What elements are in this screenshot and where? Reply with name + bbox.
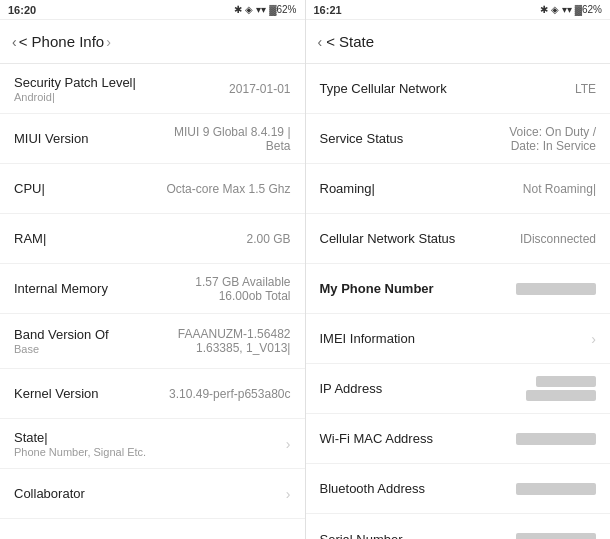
right-header-title: < State xyxy=(326,33,374,50)
right-header: ‹ < State xyxy=(306,20,611,64)
battery-icon-right: ▓62% xyxy=(575,4,602,15)
left-header: ‹ < Phone Info › xyxy=(0,20,305,64)
band-sub: Base xyxy=(14,343,109,355)
collaborator-item[interactable]: Collaborator › xyxy=(0,469,305,519)
shield-icon-right: ◈ xyxy=(551,4,559,15)
list-item: CPU| Octa-core Max 1.5 Ghz xyxy=(0,164,305,214)
type-cellular-label: Type Cellular Network xyxy=(320,81,575,96)
list-item: Security Patch Level| Android| 2017-01-0… xyxy=(0,64,305,114)
state-item[interactable]: State| Phone Number, Signal Etc. › xyxy=(0,419,305,469)
phone-number-item: My Phone Number xyxy=(306,264,611,314)
list-item: MIUI Version MIUI 9 Global 8.4.19 |Beta xyxy=(0,114,305,164)
miui-label: MIUI Version xyxy=(14,131,174,146)
left-time: 16:20 xyxy=(8,4,36,16)
wifi-mac-item: Wi-Fi MAC Address xyxy=(306,414,611,464)
right-list: Type Cellular Network LTE Service Status… xyxy=(306,64,611,539)
state-chevron-icon: › xyxy=(286,436,291,452)
left-header-title: < Phone Info xyxy=(19,33,105,50)
cellular-status-value: IDisconnected xyxy=(520,232,596,246)
list-item: Internal Memory 1.57 GB Available16.00ob… xyxy=(0,264,305,314)
roaming-item: Roaming| Not Roaming| xyxy=(306,164,611,214)
kernel-label: Kernel Version xyxy=(14,386,169,401)
bluetooth-address-value xyxy=(516,483,596,495)
ip-value-block xyxy=(526,376,596,401)
left-back-button[interactable]: ‹ xyxy=(12,34,17,50)
bluetooth-address-label: Bluetooth Address xyxy=(320,481,517,496)
roaming-value: Not Roaming| xyxy=(523,182,596,196)
list-item: Band Version Of Base FAAANUZM-1.564821.6… xyxy=(0,314,305,369)
bluetooth-icon-right: ✱ xyxy=(540,4,548,15)
wifi-icon-right: ▾▾ xyxy=(562,4,572,15)
security-patch-label: Security Patch Level| xyxy=(14,75,136,90)
imei-item[interactable]: IMEI Information › xyxy=(306,314,611,364)
phone-number-value xyxy=(516,283,596,295)
bluetooth-icon: ✱ xyxy=(234,4,242,15)
ip-item: IP Address xyxy=(306,364,611,414)
miui-value: MIUI 9 Global 8.4.19 |Beta xyxy=(174,125,291,153)
collaborator-chevron-icon: › xyxy=(286,486,291,502)
imei-label: IMEI Information xyxy=(320,331,586,346)
state-label: State| xyxy=(14,430,146,445)
service-status-value-block: Voice: On Duty / Date: In Service xyxy=(509,125,596,153)
type-cellular-value: LTE xyxy=(575,82,596,96)
cellular-status-item: Cellular Network Status IDisconnected xyxy=(306,214,611,264)
service-status-item: Service Status Voice: On Duty / Date: In… xyxy=(306,114,611,164)
band-label: Band Version Of xyxy=(14,327,109,342)
cellular-status-label: Cellular Network Status xyxy=(320,231,520,246)
right-back-button[interactable]: ‹ xyxy=(318,34,323,50)
right-panel: 16:21 ✱ ◈ ▾▾ ▓62% ‹ < State Type Cellula… xyxy=(306,0,611,539)
app-container: 16:20 ✱ ◈ ▾▾ ▓62% ‹ < Phone Info › Secur… xyxy=(0,0,610,539)
right-status-icons: ✱ ◈ ▾▾ ▓62% xyxy=(540,4,602,15)
internal-memory-label: Internal Memory xyxy=(14,281,195,296)
wifi-icon: ▾▾ xyxy=(256,4,266,15)
service-status-label: Service Status xyxy=(320,131,510,146)
service-status-value1: Voice: On Duty / xyxy=(509,125,596,139)
cpu-value: Octa-core Max 1.5 Ghz xyxy=(166,182,290,196)
bluetooth-address-item: Bluetooth Address xyxy=(306,464,611,514)
legal-item[interactable]: Legal Information › xyxy=(0,519,305,539)
left-panel: 16:20 ✱ ◈ ▾▾ ▓62% ‹ < Phone Info › Secur… xyxy=(0,0,305,539)
internal-memory-value: 1.57 GB Available16.00ob Total xyxy=(195,275,290,303)
shield-icon: ◈ xyxy=(245,4,253,15)
security-patch-sub: Android| xyxy=(14,91,136,103)
list-item: Type Cellular Network LTE xyxy=(306,64,611,114)
cpu-label: CPU| xyxy=(14,181,166,196)
ip-value2 xyxy=(526,390,596,401)
service-status-value2: Date: In Service xyxy=(511,139,596,153)
ip-value1 xyxy=(536,376,596,387)
list-item: Kernel Version 3.10.49-perf-p653a80c xyxy=(0,369,305,419)
battery-icon: ▓62% xyxy=(269,4,296,15)
roaming-label: Roaming| xyxy=(320,181,523,196)
ip-label: IP Address xyxy=(320,381,527,396)
wifi-mac-label: Wi-Fi MAC Address xyxy=(320,431,517,446)
security-patch-value: 2017-01-01 xyxy=(229,82,290,96)
left-list: Security Patch Level| Android| 2017-01-0… xyxy=(0,64,305,539)
band-value: FAAANUZM-1.564821.63385, 1_V013| xyxy=(178,327,291,355)
right-time: 16:21 xyxy=(314,4,342,16)
collaborator-label: Collaborator xyxy=(14,486,280,501)
serial-number-value xyxy=(516,533,596,539)
list-item: RAM| 2.00 GB xyxy=(0,214,305,264)
phone-number-label: My Phone Number xyxy=(320,281,517,296)
wifi-mac-value xyxy=(516,433,596,445)
left-status-icons: ✱ ◈ ▾▾ ▓62% xyxy=(234,4,296,15)
serial-number-item: Serial Number xyxy=(306,514,611,539)
ram-label: RAM| xyxy=(14,231,246,246)
kernel-value: 3.10.49-perf-p653a80c xyxy=(169,387,290,401)
ram-value: 2.00 GB xyxy=(246,232,290,246)
state-sub: Phone Number, Signal Etc. xyxy=(14,446,146,458)
left-status-bar: 16:20 ✱ ◈ ▾▾ ▓62% xyxy=(0,0,305,20)
left-header-chevron: › xyxy=(106,34,111,50)
imei-chevron-icon: › xyxy=(591,331,596,347)
right-status-bar: 16:21 ✱ ◈ ▾▾ ▓62% xyxy=(306,0,611,20)
serial-number-label: Serial Number xyxy=(320,532,517,540)
